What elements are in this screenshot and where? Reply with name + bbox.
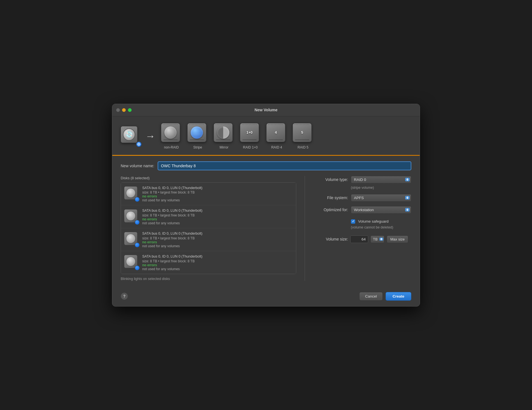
max-size-button[interactable]: Max size	[387, 235, 408, 243]
disk-globe-3	[135, 242, 140, 248]
disk-info-1: SATA bus 0, ID 0, LUN 0 (Thunderbolt) si…	[142, 185, 293, 202]
globe-badge	[136, 141, 142, 147]
optimized-for-label: Optimized for:	[314, 208, 348, 212]
disk-face-3	[126, 234, 136, 243]
volume-size-row: Volume size: TB GB MB Max size	[314, 235, 411, 243]
disk-name-4: SATA bus 0, ID 0, LUN 0 (Thunderbolt)	[142, 254, 293, 259]
raid10-icon: 1+0	[240, 123, 261, 144]
disk-face-1	[126, 188, 136, 198]
create-button[interactable]: Create	[386, 292, 411, 301]
cancel-button[interactable]: Cancel	[359, 292, 383, 301]
help-button[interactable]: ?	[121, 293, 128, 300]
file-system-select[interactable]: APFS Mac OS Extended (Journaled) exFAT	[351, 194, 411, 202]
checkmark-icon: ✓	[352, 220, 354, 223]
maximize-button[interactable]	[128, 108, 132, 112]
traffic-lights	[116, 108, 132, 112]
main-content: 💿 →	[112, 116, 420, 288]
raid10-label: RAID 1+0	[243, 145, 258, 149]
raid5-label: RAID 5	[298, 145, 309, 149]
raid-option-raid5[interactable]: 5 RAID 5	[291, 122, 314, 150]
mirror-box	[214, 123, 233, 142]
disk-size-1: size: 8 TB • largest free block: 8 TB	[142, 190, 293, 194]
disk-item[interactable]: SATA bus 0, ID 0, LUN 0 (Thunderbolt) si…	[121, 183, 296, 206]
mirror-icon	[214, 123, 234, 144]
window-title: New Volume	[255, 108, 277, 112]
raid5-badge: 5	[301, 130, 303, 135]
orange-separator	[112, 155, 420, 156]
optimized-for-select[interactable]: Workstation Video Editing Server	[351, 206, 411, 214]
disk-globe-2	[135, 220, 140, 225]
volume-type-sublabel: (stripe volume)	[351, 186, 411, 190]
disk-item[interactable]: SATA bus 0, ID 0, LUN 0 (Thunderbolt) si…	[121, 228, 296, 251]
disk-name-2: SATA bus 0, ID 0, LUN 0 (Thunderbolt)	[142, 208, 293, 213]
new-volume-dialog: New Volume 💿	[112, 104, 420, 307]
unit-select-wrap: TB GB MB	[370, 235, 384, 243]
raid-selector-row: 💿 →	[121, 122, 411, 155]
source-hdd-body: 💿	[121, 126, 137, 143]
disk-item[interactable]: SATA bus 0, ID 0, LUN 0 (Thunderbolt) si…	[121, 205, 296, 228]
stripe-sphere	[191, 126, 203, 139]
optimized-for-select-wrap: Workstation Video Editing Server	[351, 206, 411, 214]
volume-type-select-wrap: RAID 0 RAID 1 RAID 4 RAID 5 RAID 1+0	[351, 176, 411, 183]
disk-icon-1	[124, 187, 139, 201]
disk-usage-3: not used for any volumes	[142, 244, 293, 248]
file-system-row: File system: APFS Mac OS Extended (Journ…	[314, 194, 411, 202]
volume-name-row: New volume name:	[121, 161, 411, 170]
disk-item[interactable]: SATA bus 0, ID 0, LUN 0 (Thunderbolt) si…	[121, 251, 296, 274]
safeguard-checkbox[interactable]: ✓	[351, 219, 355, 224]
left-section: Disks (8 selected) SATA bus 0, ID 0, LUN…	[121, 176, 305, 281]
disk-globe-1	[135, 197, 140, 202]
volume-type-row: Volume type: RAID 0 RAID 1 RAID 4 RAID 5…	[314, 176, 411, 183]
titlebar: New Volume	[112, 104, 420, 116]
source-disk-icon: 💿	[121, 126, 141, 146]
raid-option-mirror[interactable]: Mirror	[213, 122, 235, 150]
close-button[interactable]	[116, 108, 120, 112]
raid-option-stripe[interactable]: Stripe	[186, 122, 209, 150]
disk-status-1: no errors	[142, 194, 293, 198]
safeguard-label: Volume safeguard	[358, 219, 389, 223]
disk-size-4: size: 8 TB • largest free block: 8 TB	[142, 259, 293, 263]
non-raid-icon	[161, 123, 182, 144]
raid5-box: 5	[293, 123, 312, 142]
disk-globe-4	[135, 265, 140, 270]
raid4-box: 4	[266, 123, 285, 142]
stripe-box	[187, 123, 206, 142]
volume-type-select[interactable]: RAID 0 RAID 1 RAID 4 RAID 5 RAID 1+0	[351, 176, 411, 183]
disk-status-2: no errors	[142, 217, 293, 221]
disks-list: SATA bus 0, ID 0, LUN 0 (Thunderbolt) si…	[121, 182, 296, 274]
unit-select[interactable]: TB GB MB	[370, 235, 384, 243]
non-raid-sphere	[164, 126, 177, 139]
raid10-badge: 1+0	[246, 130, 253, 135]
disk-usage-2: not used for any volumes	[142, 221, 293, 225]
disk-usage-1: not used for any volumes	[142, 198, 293, 202]
non-raid-box	[161, 123, 180, 142]
hdd-face-icon: 💿	[125, 131, 133, 138]
arrow-icon: →	[145, 130, 155, 142]
raid-option-raid10[interactable]: 1+0 RAID 1+0	[239, 122, 262, 150]
disk-size-3: size: 8 TB • largest free block: 8 TB	[142, 236, 293, 240]
blink-label: Blinking lights on selected disks	[121, 277, 296, 281]
safeguard-row: ✓ Volume safeguard	[351, 219, 411, 224]
right-section: Volume type: RAID 0 RAID 1 RAID 4 RAID 5…	[305, 176, 411, 281]
non-raid-label: non-RAID	[164, 145, 179, 149]
raid4-icon: 4	[266, 123, 287, 144]
raid-option-non-raid[interactable]: non-RAID	[160, 122, 183, 150]
volume-size-input[interactable]	[350, 235, 368, 243]
raid4-label: RAID 4	[271, 145, 282, 149]
volume-name-input[interactable]	[158, 161, 411, 170]
stripe-icon	[187, 123, 208, 144]
volume-type-label: Volume type:	[314, 177, 348, 182]
optimized-for-row: Optimized for: Workstation Video Editing…	[314, 206, 411, 214]
disk-name-3: SATA bus 0, ID 0, LUN 0 (Thunderbolt)	[142, 231, 293, 236]
stripe-label: Stripe	[193, 145, 202, 149]
raid-option-raid4[interactable]: 4 RAID 4	[265, 122, 288, 150]
disk-name-1: SATA bus 0, ID 0, LUN 0 (Thunderbolt)	[142, 185, 293, 191]
disk-icon-2	[124, 209, 139, 224]
disk-face-4	[126, 257, 136, 266]
mirror-sphere	[217, 126, 229, 139]
hdd-stripe	[122, 128, 136, 128]
file-system-select-wrap: APFS Mac OS Extended (Journaled) exFAT	[351, 194, 411, 202]
minimize-button[interactable]	[122, 108, 126, 112]
disk-info-4: SATA bus 0, ID 0, LUN 0 (Thunderbolt) si…	[142, 254, 293, 271]
volume-name-label: New volume name:	[121, 164, 154, 168]
